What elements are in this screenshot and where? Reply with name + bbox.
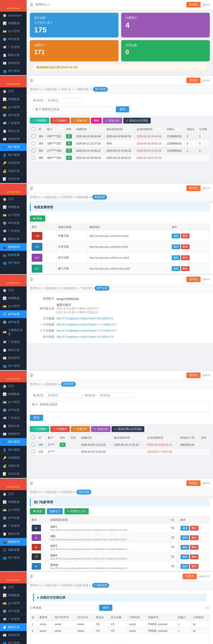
agent-btn-wechat[interactable]: ☆ 发送代理公众号消息 xyxy=(112,426,144,432)
tv-del-btn-3[interactable]: 删除 xyxy=(181,255,190,260)
date-input-5b[interactable] xyxy=(97,393,135,398)
bc6-agent[interactable]: 代理管理 xyxy=(61,490,73,494)
admin-btn-1[interactable]: 管理员 xyxy=(186,2,200,7)
bc-mgmt[interactable]: 管理中心 xyxy=(30,87,42,91)
s4-app[interactable]: ⚙️APP设置 xyxy=(0,310,27,318)
s2-open[interactable]: 📝开启记录 xyxy=(0,175,27,183)
bc6-settings[interactable]: 系统设置 xyxy=(45,490,57,494)
s7-ad[interactable]: 📢广告管理 xyxy=(0,615,27,623)
tv-edit-btn-2[interactable]: 编辑 xyxy=(172,244,180,249)
bc6-mgmt[interactable]: 管理中心 xyxy=(30,490,42,494)
bc4-ad[interactable]: 广告管理 xyxy=(79,286,91,290)
s6-movie[interactable]: 🎥电影直播 xyxy=(0,546,27,554)
s5-user-manage[interactable]: 👤用户管理 xyxy=(0,446,27,454)
tv-add-btn[interactable]: ✚ 添加 xyxy=(30,215,45,222)
s6-app[interactable]: ⚙️APP设置 xyxy=(0,514,27,522)
payment-search-btn[interactable]: 查询 xyxy=(99,605,112,611)
date-input-5a[interactable] xyxy=(46,393,83,398)
s4-card[interactable]: 💳会卡管理 xyxy=(0,302,27,310)
admin-btn-4[interactable]: 管理员 xyxy=(186,277,200,282)
agent-btn-recharge-del[interactable]: ☆ 充值删除 xyxy=(30,426,49,432)
hamburger-icon-7[interactable]: ☰ xyxy=(30,574,33,579)
s2-agent[interactable]: 🔑代理管理 xyxy=(0,159,27,167)
sidebar-item-app[interactable]: ⚙️APP设置 xyxy=(0,35,27,43)
tv-del-btn-1[interactable]: 删除 xyxy=(181,234,190,238)
s5-news[interactable]: 📰新闻管理 xyxy=(0,430,27,438)
s3-tv[interactable]: 📺电视直播 xyxy=(0,251,27,259)
agent-textarea[interactable] xyxy=(30,401,210,412)
movie-import-btn[interactable]: 批量导入 xyxy=(47,508,63,514)
s2-sales[interactable]: 📋销售记录 xyxy=(0,127,27,135)
hamburger-icon-6[interactable]: ☰ xyxy=(30,481,33,485)
s3-card[interactable]: 💳会卡管理 xyxy=(0,211,27,219)
bc7-agent[interactable]: 代理管理 xyxy=(61,583,73,587)
s3-home[interactable]: 🏠主页 xyxy=(0,195,27,203)
sidebar-item-ad[interactable]: 📢广告管理 xyxy=(0,43,27,51)
bc5-settings[interactable]: 系统设置 xyxy=(45,382,57,386)
bc7-mgmt[interactable]: 管理中心 xyxy=(30,583,42,587)
s4-popup[interactable]: 📊弹窗数据 xyxy=(0,294,27,302)
agent-check-all[interactable] xyxy=(32,436,35,439)
sidebar-item-users[interactable]: 👥用户管理 xyxy=(0,67,27,75)
movie-edit-5[interactable]: 编辑 xyxy=(181,564,189,569)
s3-sales[interactable]: 📋销售记录 xyxy=(0,235,27,243)
bc3-agent[interactable]: 代理管理 xyxy=(61,195,73,199)
admin-btn-6[interactable]: 管理员 xyxy=(186,480,200,486)
bc7-movie[interactable]: 电影直播 xyxy=(76,583,88,587)
s5-recharge[interactable]: 💰充值记录 xyxy=(0,462,27,470)
date-input-2[interactable] xyxy=(46,98,83,103)
bc5-mgmt[interactable]: 管理中心 xyxy=(30,382,42,386)
s5-home[interactable]: 🏠主页 xyxy=(0,382,27,390)
movie-edit-3[interactable]: 编辑 xyxy=(181,545,189,550)
tv-del-btn-2[interactable]: 删除 xyxy=(181,244,190,249)
s5-ad[interactable]: 📢广告管理 xyxy=(0,414,27,422)
s7-sales[interactable]: 📋销售记录 xyxy=(0,623,27,631)
s7-popup[interactable]: 📊弹窗数据 xyxy=(0,591,27,599)
s2-home[interactable]: 🏠主页 xyxy=(0,87,27,95)
payment-search-input[interactable] xyxy=(44,605,97,611)
btn-batch-unban[interactable]: ☆ 充值解封 xyxy=(50,118,70,124)
s6-media[interactable]: 🎬新闻管理 xyxy=(0,538,27,546)
btn-delete[interactable]: 删除 xyxy=(91,118,102,124)
bc4-mgmt[interactable]: 管理中心 xyxy=(30,286,42,290)
s2-app[interactable]: ⚙️APP设置 xyxy=(0,111,27,119)
s2-card[interactable]: 💳会卡管理 xyxy=(0,103,27,111)
bc3-mgmt[interactable]: 管理中心 xyxy=(30,195,42,199)
movie-import2-btn[interactable]: ✎ 代理导入方法 xyxy=(64,508,89,514)
admin-btn-3[interactable]: 管理员 xyxy=(186,185,200,191)
bc-settings[interactable]: 系统设置 xyxy=(45,87,57,91)
bc4-push[interactable]: 2 钟推送票 xyxy=(61,286,75,290)
agent-btn-unban[interactable]: ☆ 充值解封 xyxy=(50,426,70,432)
movie-del-4[interactable]: 删除 xyxy=(190,554,198,559)
agent-search-btn[interactable]: 查询 xyxy=(30,415,43,421)
s3-users[interactable]: 👥用户管理 xyxy=(0,259,27,267)
s5-sales[interactable]: 📋销售记录 xyxy=(0,422,27,430)
movie-del-1[interactable]: 删除 xyxy=(190,526,198,531)
s2-ad[interactable]: 📢广告管理 xyxy=(0,119,27,127)
bc7-settings[interactable]: 系统设置 xyxy=(45,583,57,587)
btn-send-wechat[interactable]: ☆ 发送公众号消息 xyxy=(123,118,151,124)
sidebar-item-sales[interactable]: 📋销售记录 xyxy=(0,51,27,59)
tv-edit-btn-3[interactable]: 编辑 xyxy=(172,255,180,260)
s2-news[interactable]: 📰新闻管理 xyxy=(0,135,27,143)
s5-app[interactable]: ⚙️APP设置 xyxy=(0,406,27,414)
bc3-settings[interactable]: 系统设置 xyxy=(45,195,57,199)
tv-del-btn-4[interactable]: 删除 xyxy=(181,266,190,271)
s3-app[interactable]: ⚙️APP设置 xyxy=(0,219,27,227)
s4-news[interactable]: 📰新闻管理 xyxy=(0,354,27,362)
sidebar-item-news[interactable]: 📰新闻管理 xyxy=(0,59,27,67)
sidebar-item-popup[interactable]: 📊弹窗数据 xyxy=(0,19,27,27)
admin-btn-5[interactable]: 管理员 xyxy=(186,372,200,378)
s4-card-pay[interactable]: 💳卡密购买设置 xyxy=(0,326,27,338)
tv-edit-btn-1[interactable]: 编辑 xyxy=(172,234,180,238)
btn-batch-recharge[interactable]: ☆ 充值删除 xyxy=(30,118,49,124)
hamburger-icon-2[interactable]: ☰ xyxy=(30,78,33,83)
movie-edit-2[interactable]: 编辑 xyxy=(181,535,189,540)
s5-users[interactable]: 👥用户管理 xyxy=(0,438,27,446)
s2-popup[interactable]: 📊弹窗数据 xyxy=(0,95,27,103)
s4-app-sub[interactable]: ⚙️APP设置 xyxy=(0,318,27,326)
movie-edit-4[interactable]: 编辑 xyxy=(181,554,189,559)
bc-qr[interactable]: 二维整消息 xyxy=(74,87,89,91)
tv-edit-btn-4[interactable]: 编辑 xyxy=(172,266,180,271)
agent-btn-notice[interactable]: ☆ 发送公告 xyxy=(91,426,110,432)
